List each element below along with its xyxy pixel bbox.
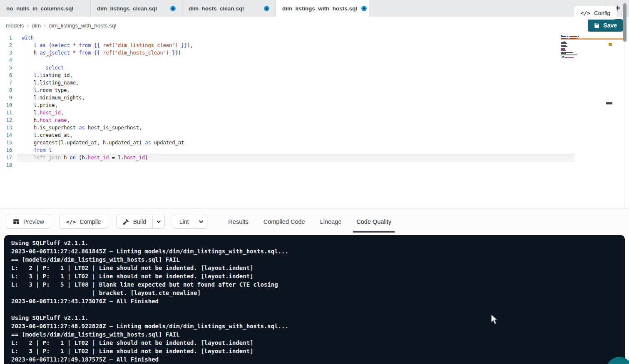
compile-button-label: Compile [80, 218, 101, 225]
compile-button[interactable]: </> Compile [59, 215, 108, 229]
build-dropdown-caret[interactable] [152, 215, 164, 228]
line-number: 8 [0, 87, 17, 94]
terminal-output-line: L: 3 | P: 1 | LT02 | Line should not be … [11, 347, 625, 355]
line-number: 18 [0, 161, 17, 169]
terminal-output-line: L: 2 | P: 1 | LT02 | Line should not be … [11, 339, 625, 347]
panel-tab-code-quality[interactable]: Code Quality [356, 215, 391, 228]
terminal-output-line: 2023-06-06T11:27:43.173076Z – All Finish… [11, 297, 625, 305]
line-number: 6 [0, 72, 17, 79]
code-line[interactable]: l.host_id, [17, 109, 574, 116]
line-number: 2 [0, 42, 17, 49]
save-button[interactable]: Save [588, 19, 623, 32]
code-brackets-icon: </> [580, 10, 590, 16]
breadcrumb: models›dim›dim_listings_with_hosts.sql [6, 17, 116, 34]
terminal-output-line: 2023-06-06T11:27:49.187575Z – All Finish… [11, 355, 625, 364]
line-number: 12 [0, 116, 17, 124]
code-line[interactable]: l.minimum_nights, [17, 94, 574, 102]
code-line[interactable]: l.price, [17, 102, 574, 109]
code-line[interactable]: l.room_type, [17, 87, 574, 94]
code-lines: with l as (select * from {{ ref("dim_lis… [17, 34, 574, 169]
code-line[interactable]: l.created_at, [17, 131, 574, 139]
editor-tab-label: no_nulls_in_columns.sql [6, 5, 73, 12]
code-line[interactable] [17, 161, 574, 169]
terminal-output-line: Using SQLFluff v2.1.1. [11, 314, 625, 322]
line-number: 16 [0, 146, 17, 154]
editor-tab[interactable]: dim_listings_clean.sql [91, 0, 182, 17]
panel-tab-compiled-code[interactable]: Compiled Code [264, 215, 305, 228]
line-number: 9 [0, 94, 17, 102]
terminal-output-line: L: 3 | P: 5 | LT08 | Blank line expected… [11, 280, 625, 289]
line-number: 15 [0, 139, 17, 146]
line-number: 13 [0, 124, 17, 131]
code-brackets-icon: </> [66, 219, 76, 225]
terminal-output-line: Using SQLFluff v2.1.1. [11, 239, 625, 247]
code-line[interactable] [17, 57, 574, 64]
lint-split-button: Lint [173, 215, 208, 229]
code-editor[interactable]: 123456789101112131415161718 with l as (s… [0, 34, 629, 208]
preview-grid-icon [13, 218, 20, 225]
line-number: 5 [0, 64, 17, 72]
minimap[interactable] [561, 35, 594, 60]
chevron-down-icon [156, 219, 162, 225]
code-line[interactable]: h.is_superhost as host_is_superhost, [17, 124, 574, 131]
terminal-output-line: 2023-06-06T11:27:42.861845Z – Linting mo… [11, 247, 625, 255]
code-line-active[interactable]: left join h on (h.host_id = l.host_id) [17, 154, 574, 161]
build-button-label: Build [133, 218, 146, 225]
save-button-label: Save [603, 22, 617, 29]
terminal-output-line: | bracket. [layout.cte_newline] [11, 289, 625, 297]
unsaved-changes-dot-icon[interactable] [170, 6, 176, 11]
code-line[interactable]: greatest(l.updated_at, h.updated_at) as … [17, 139, 574, 146]
dbt-cloud-ide: { "tabs": { "items": [ { "label": "no_nu… [0, 0, 629, 364]
preview-button[interactable]: Preview [6, 215, 51, 229]
lint-button-label: Lint [179, 218, 189, 225]
code-line[interactable]: select [17, 64, 574, 72]
overview-ruler-warning-marker [609, 43, 612, 46]
line-number-gutter: 123456789101112131415161718 [0, 34, 17, 169]
panel-tab-results[interactable]: Results [228, 215, 248, 228]
build-button[interactable]: Build [117, 215, 152, 228]
code-line[interactable]: l as (select * from {{ ref("dim_listings… [17, 42, 574, 49]
code-line[interactable]: l.listing_name, [17, 79, 574, 87]
code-line[interactable]: from l [17, 146, 574, 154]
editor-tab[interactable]: dim_listings_with_hosts.sql [276, 0, 370, 17]
lint-button[interactable]: Lint [173, 215, 195, 228]
terminal-output-line [11, 305, 625, 314]
line-number: 10 [0, 102, 17, 109]
config-button-label: Config [594, 10, 610, 16]
editor-tab-bar: no_nulls_in_columns.sqldim_listings_clea… [0, 0, 629, 17]
line-number: 14 [0, 131, 17, 139]
build-split-button: Build [116, 215, 165, 229]
terminal-output-line: L: 3 | P: 1 | LT02 | Line should not be … [11, 272, 625, 280]
editor-tab-label: dim_hosts_clean.sql [189, 5, 244, 12]
line-number: 4 [0, 57, 17, 64]
chevron-right-icon: › [44, 22, 46, 29]
code-line[interactable]: with [17, 34, 574, 42]
line-number: 1 [0, 34, 17, 42]
breadcrumb-bar: models›dim›dim_listings_with_hosts.sql S… [0, 17, 629, 34]
terminal-output-line: 2023-06-06T11:27:48.922828Z – Linting mo… [11, 322, 625, 330]
preview-button-label: Preview [23, 218, 44, 225]
chevron-right-icon: › [27, 22, 29, 29]
terminal-output-line: L: 2 | P: 1 | LT02 | Line should not be … [11, 264, 625, 272]
breadcrumb-item[interactable]: models [6, 22, 24, 29]
terminal-output-line: == [models/dim/dim_listings_with_hosts.s… [11, 255, 625, 264]
editor-tab[interactable]: no_nulls_in_columns.sql [0, 0, 91, 17]
unsaved-changes-dot-icon[interactable] [264, 6, 269, 11]
editor-tab[interactable]: dim_hosts_clean.sql [182, 0, 276, 17]
config-button[interactable]: </> Config [574, 6, 617, 20]
breadcrumb-item[interactable]: dim [32, 22, 41, 29]
unsaved-changes-dot-icon[interactable] [361, 6, 367, 11]
breadcrumb-item[interactable]: dim_listings_with_hosts.sql [49, 22, 117, 29]
code-line[interactable]: l.listing_id, [17, 72, 574, 79]
line-number: 7 [0, 79, 17, 87]
lint-output-terminal[interactable]: Using SQLFluff v2.1.1.2023-06-06T11:27:4… [4, 235, 625, 364]
line-number: 11 [0, 109, 17, 116]
code-line[interactable]: h.host_name, [17, 116, 574, 124]
code-line[interactable]: h as (select * from {{ ref("dim_hosts_cl… [17, 49, 574, 57]
editor-tab-label: dim_listings_with_hosts.sql [282, 5, 357, 12]
bottom-toolbar: Preview </> Compile Build [0, 208, 629, 235]
panel-tab-lineage[interactable]: Lineage [320, 215, 342, 228]
terminal-scrollbar[interactable] [623, 3, 627, 42]
terminal-output-line: == [models/dim/dim_listings_with_hosts.s… [11, 330, 625, 339]
lint-dropdown-caret[interactable] [195, 215, 207, 228]
